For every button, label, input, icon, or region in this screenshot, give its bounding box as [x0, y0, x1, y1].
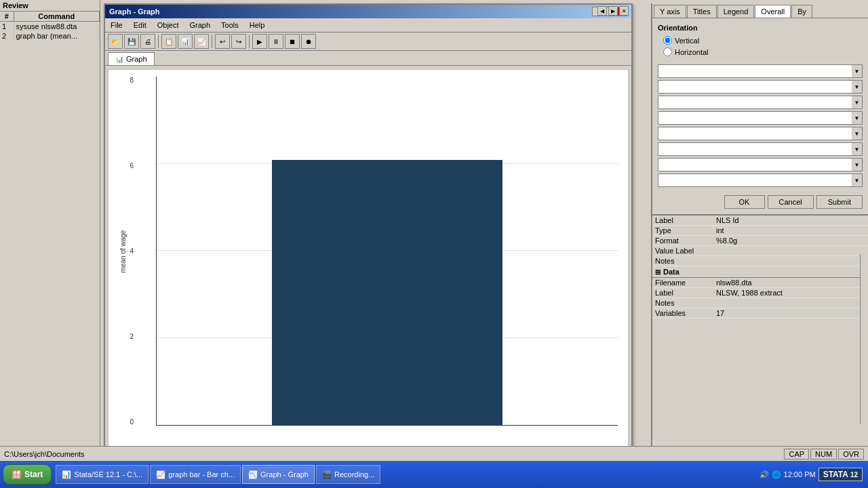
prop-label-key: Label — [655, 216, 716, 224]
dropdown-2-input[interactable] — [658, 80, 852, 94]
toolbar-open[interactable]: 📂 — [108, 34, 123, 49]
radio-vertical[interactable]: Vertical — [663, 36, 863, 45]
radio-horizontal[interactable]: Horizontal — [663, 47, 863, 56]
dropdown-3-input[interactable] — [658, 96, 852, 109]
dropdown-5-arrow[interactable]: ▼ — [852, 127, 863, 140]
taskbar-graph-icon: 📉 — [248, 470, 258, 479]
toolbar-undo[interactable]: ↩ — [215, 34, 230, 49]
taskbar-recording-label: Recording... — [334, 470, 374, 479]
dropdown-7: ▼ — [658, 158, 863, 171]
tab-close-btn[interactable]: ✕ — [619, 6, 629, 16]
toolbar-stop[interactable]: ⏹ — [285, 34, 300, 49]
toolbar-pause[interactable]: ⏸ — [269, 34, 283, 49]
tab-titles[interactable]: Titles — [687, 5, 717, 18]
prop-data-notes-key: Notes — [655, 299, 716, 307]
dropdown-1-arrow[interactable]: ▼ — [852, 64, 863, 78]
y-label-2: 2 — [130, 333, 136, 340]
taskbar-item-graph-bar[interactable]: 📈 graph bar - Bar ch... — [150, 465, 241, 484]
radio-vertical-input[interactable] — [663, 36, 672, 45]
ok-button[interactable]: OK — [724, 195, 765, 209]
toolbar-save[interactable]: 💾 — [124, 34, 139, 49]
dropdown-1-input[interactable] — [658, 64, 852, 78]
prop-value-label: Value Label — [652, 246, 868, 256]
radio-horizontal-input[interactable] — [663, 47, 672, 56]
toolbar-sep-3 — [249, 35, 250, 48]
review-row-1-command: sysuse nlsw88.dta — [14, 22, 100, 32]
prop-value-label-key: Value Label — [655, 247, 716, 255]
submit-button[interactable]: Submit — [816, 195, 863, 209]
dropdown-4-input[interactable] — [658, 111, 852, 125]
review-row-1[interactable]: 1 sysuse nlsw88.dta — [0, 22, 100, 32]
toolbar-print[interactable]: 🖨 — [140, 34, 155, 49]
tab-by[interactable]: By — [791, 5, 812, 18]
dropdown-3-arrow[interactable]: ▼ — [852, 96, 863, 109]
status-path: C:\Users\jch\Documents — [4, 450, 784, 458]
right-panel: Y axis Titles Legend Overall By Orientat… — [651, 3, 868, 451]
tab-prev-btn[interactable]: ◀ — [597, 6, 607, 16]
dropdown-8-arrow[interactable]: ▼ — [852, 174, 863, 187]
tab-legend[interactable]: Legend — [717, 5, 755, 18]
prop-notes: Notes — [652, 256, 868, 266]
cancel-button[interactable]: Cancel — [768, 195, 814, 209]
menu-object[interactable]: Object — [152, 20, 184, 30]
dropdown-2: ▼ — [658, 80, 863, 94]
toolbar-play[interactable]: ▶ — [252, 34, 267, 49]
dropdown-7-arrow[interactable]: ▼ — [852, 158, 863, 171]
tab-overall[interactable]: Overall — [755, 5, 791, 18]
toolbar-copy[interactable]: 📋 — [161, 34, 176, 49]
stata-logo-text: STATA — [823, 470, 848, 479]
dropdown-6-arrow[interactable]: ▼ — [852, 142, 863, 156]
graph-menubar: File Edit Object Graph Tools Help — [105, 18, 631, 33]
right-panel-tabs: Y axis Titles Legend Overall By — [652, 3, 868, 18]
taskbar-stata-label: Stata/SE 12.1 - C:\... — [74, 470, 142, 479]
toolbar-redo[interactable]: ↪ — [231, 34, 246, 49]
col-num: # — [0, 12, 14, 22]
radio-horizontal-label: Horizontal — [675, 48, 709, 56]
y-axis-title-container: mean of wage — [115, 77, 129, 426]
review-row-2-num: 2 — [0, 31, 14, 41]
expand-data-icon[interactable]: ⊞ — [655, 268, 660, 276]
review-row-2[interactable]: 2 graph bar (mean... — [0, 31, 100, 41]
toolbar-bar-chart[interactable]: 📊 — [178, 34, 193, 49]
tab-y-axis[interactable]: Y axis — [654, 5, 686, 18]
dropdown-8-input[interactable] — [658, 174, 852, 187]
dropdown-4-arrow[interactable]: ▼ — [852, 111, 863, 125]
toolbar-line-chart[interactable]: 📈 — [194, 34, 209, 49]
menu-tools[interactable]: Tools — [216, 20, 244, 30]
start-button[interactable]: 🪟 Start — [3, 464, 52, 485]
dropdown-2-arrow[interactable]: ▼ — [852, 80, 863, 94]
menu-edit[interactable]: Edit — [128, 20, 152, 30]
menu-graph[interactable]: Graph — [184, 20, 216, 30]
y-label-4: 4 — [130, 247, 136, 255]
start-icon: 🪟 — [12, 470, 22, 479]
dropdown-6-input[interactable] — [658, 142, 852, 156]
prop-value-label-val — [716, 247, 865, 255]
taskbar-stata-icon: 📊 — [62, 470, 71, 479]
graph-titlebar: Graph - Graph _ □ ✕ — [105, 5, 631, 18]
graph-window-title: Graph - Graph — [109, 7, 160, 16]
prop-variables: Variables 17 — [652, 308, 868, 319]
toolbar-record[interactable]: ⏺ — [301, 34, 316, 49]
review-row-1-num: 1 — [0, 22, 14, 32]
dropdown-7-input[interactable] — [658, 158, 852, 171]
taskbar-item-recording[interactable]: 🎬 Recording... — [316, 465, 380, 484]
dropdown-4: ▼ — [658, 111, 863, 125]
prop-variables-key: Variables — [655, 309, 716, 317]
cap-indicator: CAP — [784, 449, 809, 460]
taskbar-right: 🔊 🌐 12:00 PM STATA 12 — [757, 468, 865, 481]
tab-next-btn[interactable]: ▶ — [608, 6, 618, 16]
status-bar: C:\Users\jch\Documents CAP NUM OVR — [0, 446, 868, 461]
menu-help[interactable]: Help — [244, 20, 271, 30]
graph-tab-main[interactable]: 📊 Graph — [108, 52, 155, 65]
prop-filename-key: Filename — [655, 279, 716, 287]
right-scrollbar[interactable] — [860, 254, 868, 424]
menu-file[interactable]: File — [105, 20, 128, 30]
properties-section: Label NLS Id Type int Format %8.0g Value… — [652, 216, 868, 319]
taskbar-item-graph[interactable]: 📉 Graph - Graph — [242, 465, 315, 484]
toolbar-sep-1 — [158, 35, 159, 48]
taskbar-item-stata[interactable]: 📊 Stata/SE 12.1 - C:\... — [56, 465, 149, 484]
dropdown-5-input[interactable] — [658, 127, 852, 140]
prop-format-key: Format — [655, 237, 716, 245]
radio-group: Vertical Horizontal — [658, 36, 863, 56]
graph-content: 0 2 4 6 8 mean of wage — [108, 69, 629, 450]
